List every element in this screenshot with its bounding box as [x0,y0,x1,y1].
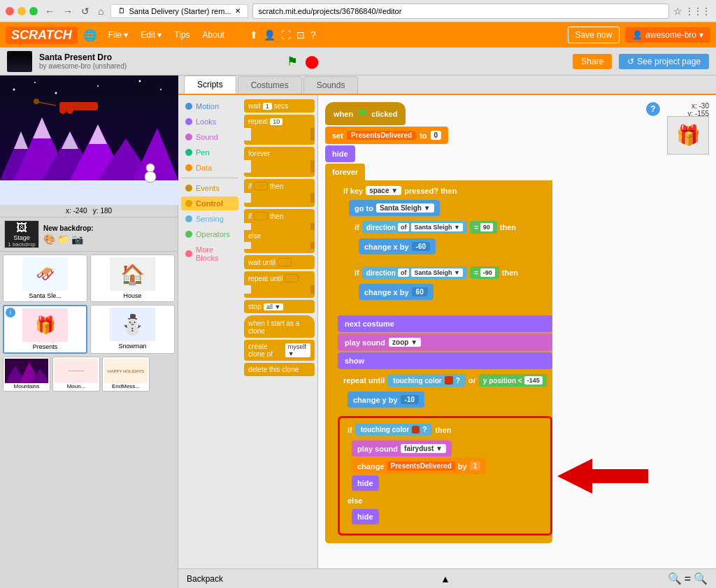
block-if-dir90[interactable]: if direction of Santa Sleigh ▼ = 90 then [349,217,522,237]
category-data[interactable]: Data [181,161,238,175]
camera-icon[interactable]: 📷 [71,234,83,245]
file-menu[interactable]: File ▾ [103,27,134,43]
sound-fairydust-dropdown[interactable]: fairydust ▼ [401,444,446,453]
block-change-presents[interactable]: change PresentsDelivered by 1 [352,458,486,474]
block-next-costume[interactable]: next costume [338,315,552,332]
zoom-in-icon[interactable]: 🔍 [694,572,708,585]
maximize-dot[interactable] [29,7,38,15]
see-project-button[interactable]: ↺ See project page [619,54,709,69]
category-events[interactable]: Events [181,181,238,195]
info-badge[interactable]: i [6,308,15,317]
block-change-x-neg60[interactable]: change x by -60 [359,238,436,254]
user-badge[interactable]: 👤 awesome-bro ▾ [625,27,710,43]
block-if-key[interactable]: if key space ▼ pressed? then [338,182,552,199]
address-bar[interactable] [252,3,669,19]
home-button[interactable]: ⌂ [95,4,106,18]
category-more-blocks[interactable]: More Blocks [181,243,238,265]
palette-repeat[interactable]: repeat 10 [244,115,315,128]
share-button[interactable]: Share [573,54,612,69]
refresh-button[interactable]: ↺ [78,4,92,18]
category-sensing[interactable]: Sensing [181,212,238,226]
unfullscreen-icon[interactable]: ⊡ [296,29,305,41]
category-pen[interactable]: Pen [181,145,238,159]
stop-button[interactable]: ⬤ [305,54,319,69]
block-show[interactable]: show [338,352,552,369]
menu-icon[interactable]: ⋮⋮⋮ [685,6,710,16]
category-looks[interactable]: Looks [181,115,238,129]
green-flag-button[interactable]: ⚑ [287,54,298,69]
block-set-var[interactable]: set PresentsDelivered to 0 [325,127,448,144]
of-dropdown-2[interactable]: of [398,268,410,277]
edit-menu[interactable]: Edit ▾ [135,27,167,43]
block-change-x-60[interactable]: change x by 60 [359,284,434,300]
palette-if[interactable]: if then [244,179,315,193]
category-control[interactable]: Control [181,196,238,210]
help-icon[interactable]: ? [310,29,316,41]
folder-icon[interactable]: 📁 [57,234,69,245]
block-forever[interactable]: forever [325,164,365,180]
palette-stop[interactable]: stop all ▼ [244,300,315,313]
sound-zoop-dropdown[interactable]: zoop ▼ [389,338,421,347]
scene-moun2[interactable]: ~~~~~ Moun... [52,357,100,392]
zoom-out-icon[interactable]: 🔍 [668,572,682,585]
backpack-expand-icon[interactable]: ▲ [441,573,450,585]
tips-menu[interactable]: Tips [169,27,195,43]
tab-costumes[interactable]: Costumes [238,76,302,94]
block-if-dir-90[interactable]: if direction of Santa Sleigh ▼ = -90 the… [349,263,524,282]
stage-sprite-item[interactable]: 🖼 Stage 1 backdrop [4,220,39,248]
color-swatch-red[interactable] [445,376,453,385]
help-button[interactable]: ? [646,102,660,116]
back-button[interactable]: ← [42,4,57,18]
category-sound[interactable]: Sound [181,130,238,144]
palette-wait[interactable]: wait 1 secs [244,99,315,113]
upload-icon[interactable]: ⬆ [250,29,258,41]
sprite-item-house[interactable]: 🏠 House [90,254,175,302]
block-goto[interactable]: go to Santa Sleigh ▼ [349,200,440,216]
scratch-logo[interactable]: SCRATCH [6,27,78,44]
sprite-item-presents[interactable]: i 🎁 Presents [3,305,87,354]
scene-endmess[interactable]: HAPPY HOLIDAYS EndMess... [102,357,150,392]
minimize-dot[interactable] [17,7,26,15]
star-icon[interactable]: ☆ [673,6,682,17]
sprite-item-snowman[interactable]: ⛄ Snowman [90,305,175,354]
person-icon[interactable]: 👤 [264,29,275,41]
key-space-dropdown[interactable]: space ▼ [366,186,401,195]
tab-sounds[interactable]: Sounds [303,76,359,94]
goto-dropdown[interactable]: Santa Sleigh ▼ [376,203,434,213]
sleigh-dropdown-2[interactable]: Santa Sleigh ▼ [411,268,462,277]
block-hide-else[interactable]: hide [352,509,379,524]
block-play-fairydust[interactable]: play sound fairydust ▼ [352,440,452,457]
category-motion[interactable]: Motion [181,99,238,113]
close-tab-icon[interactable]: ✕ [235,7,241,15]
block-change-y[interactable]: change y by -10 [348,392,424,408]
block-if-touching[interactable]: if touching color ? then [342,420,457,439]
block-when-clicked[interactable]: when ⚑ clicked [325,102,406,125]
block-hide-1[interactable]: hide [325,145,355,162]
palette-wait-until[interactable]: wait until [244,255,315,269]
sprite-item-santa[interactable]: 🛷 Santa Sle... [3,254,87,302]
palette-repeat-until[interactable]: repeat until [244,271,315,285]
palette-clone-start[interactable]: when I start as a clone [244,315,315,338]
color-swatch-red-2[interactable] [412,426,420,433]
block-repeat-until[interactable]: repeat until touching color ? or y posit… [338,371,552,390]
of-dropdown-1[interactable]: of [398,223,410,231]
palette-delete-clone[interactable]: delete this clone [244,363,315,376]
save-now-button[interactable]: Save now [568,27,620,43]
sleigh-dropdown-1[interactable]: Santa Sleigh ▼ [411,223,462,231]
tab-scripts[interactable]: Scripts [184,76,236,94]
close-dot[interactable] [6,7,14,15]
forward-button[interactable]: → [60,4,76,18]
block-hide-inner[interactable]: hide [352,475,379,491]
globe-icon[interactable]: 🌐 [83,29,97,42]
scene-mountains[interactable]: Mountains [3,357,50,392]
palette-if-else[interactable]: if then [244,209,315,223]
block-play-sound-zoop[interactable]: play sound zoop ▼ [338,334,552,351]
zoom-equals-icon[interactable]: = [685,573,691,585]
palette-forever[interactable]: forever [244,147,315,160]
palette-create-clone[interactable]: create clone of myself ▼ [244,340,315,361]
category-operators[interactable]: Operators [181,227,238,241]
about-menu[interactable]: About [197,27,230,43]
fullscreen-icon[interactable]: ⛶ [281,29,291,41]
browser-tab[interactable]: 🗒 Santa Delivery (Starter) rem... ✕ [110,4,248,18]
paint-icon[interactable]: 🎨 [43,234,55,245]
